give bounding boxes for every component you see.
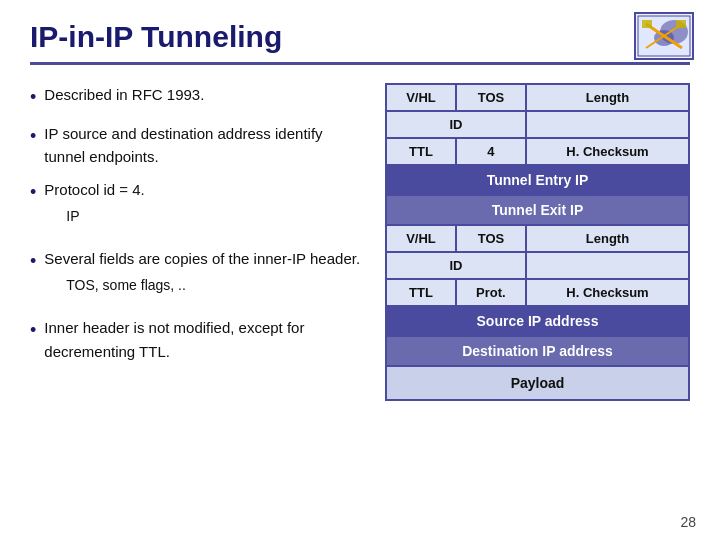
list-item: • Protocol id = 4. IP <box>30 178 365 237</box>
bullet-text: Several fields are copies of the inner-I… <box>44 247 360 306</box>
table-row: ID <box>386 111 689 138</box>
cell-id2: ID <box>386 252 526 279</box>
logo-box <box>634 12 694 60</box>
bullet-icon: • <box>30 84 36 112</box>
bullet-icon: • <box>30 248 36 276</box>
page-title: IP-in-IP Tunneling <box>30 20 690 65</box>
bullet-icon: • <box>30 179 36 207</box>
table-row: TTL 4 H. Checksum <box>386 138 689 165</box>
sub-bullet-item: IP <box>66 206 144 228</box>
cell-ttl2: TTL <box>386 279 456 306</box>
bullet-text: IP source and destination address identi… <box>44 122 365 169</box>
dest-ip-label: Destination IP address <box>386 336 689 366</box>
source-ip-label: Source IP address <box>386 306 689 336</box>
page-number: 28 <box>680 514 696 530</box>
tunnel-exit-label: Tunnel Exit IP <box>386 195 689 225</box>
cell-proto: 4 <box>456 138 526 165</box>
bullet-text: Described in RFC 1993. <box>44 83 204 106</box>
dest-ip-row: Destination IP address <box>386 336 689 366</box>
bullet-icon: • <box>30 123 36 151</box>
logo-icon <box>636 14 692 58</box>
sub-bullet-list: IP <box>66 206 144 228</box>
content-area: • Described in RFC 1993. • IP source and… <box>30 83 690 401</box>
tunnel-entry-label: Tunnel Entry IP <box>386 165 689 195</box>
cell-vhl: V/HL <box>386 84 456 111</box>
table-row: TTL Prot. H. Checksum <box>386 279 689 306</box>
table-row: V/HL TOS Length <box>386 84 689 111</box>
cell-proto2: Prot. <box>456 279 526 306</box>
table-row: V/HL TOS Length <box>386 225 689 252</box>
packet-diagram: V/HL TOS Length ID TTL 4 H. Checksum <box>385 83 690 401</box>
bullet-icon: • <box>30 317 36 345</box>
slide: IP-in-IP Tunneling • Described in RFC 19… <box>0 0 720 540</box>
cell-tos: TOS <box>456 84 526 111</box>
cell-id: ID <box>386 111 526 138</box>
source-ip-row: Source IP address <box>386 306 689 336</box>
bullet-list: • Described in RFC 1993. • IP source and… <box>30 83 365 363</box>
bullet-text: Protocol id = 4. IP <box>44 178 144 237</box>
svg-rect-6 <box>676 20 686 28</box>
cell-flags <box>526 111 689 138</box>
sub-bullet-list: TOS, some flags, .. <box>66 275 360 297</box>
cell-tos2: TOS <box>456 225 526 252</box>
cell-flags2 <box>526 252 689 279</box>
right-column: V/HL TOS Length ID TTL 4 H. Checksum <box>385 83 690 401</box>
svg-rect-5 <box>642 20 652 28</box>
sub-bullet-item: TOS, some flags, .. <box>66 275 360 297</box>
list-item: • Several fields are copies of the inner… <box>30 247 365 306</box>
list-item: • Inner header is not modified, except f… <box>30 316 365 363</box>
left-column: • Described in RFC 1993. • IP source and… <box>30 83 365 373</box>
cell-checksum2: H. Checksum <box>526 279 689 306</box>
list-item: • Described in RFC 1993. <box>30 83 365 112</box>
payload-label: Payload <box>386 366 689 400</box>
table-row: ID <box>386 252 689 279</box>
cell-vhl2: V/HL <box>386 225 456 252</box>
cell-checksum: H. Checksum <box>526 138 689 165</box>
payload-row: Payload <box>386 366 689 400</box>
cell-length: Length <box>526 84 689 111</box>
bullet-text: Inner header is not modified, except for… <box>44 316 365 363</box>
cell-length2: Length <box>526 225 689 252</box>
tunnel-entry-row: Tunnel Entry IP <box>386 165 689 195</box>
logo-area <box>634 12 702 67</box>
tunnel-exit-row: Tunnel Exit IP <box>386 195 689 225</box>
cell-ttl: TTL <box>386 138 456 165</box>
list-item: • IP source and destination address iden… <box>30 122 365 169</box>
